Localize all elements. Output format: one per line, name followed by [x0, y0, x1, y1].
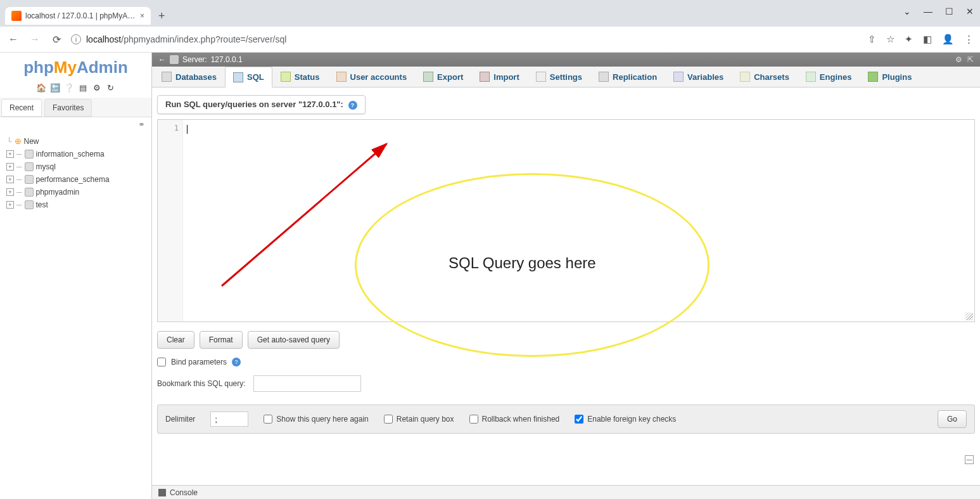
go-button[interactable]: Go	[938, 410, 967, 428]
tab-plugins[interactable]: Plugins	[860, 67, 920, 87]
help-icon[interactable]: ?	[348, 101, 357, 110]
tab-favorites[interactable]: Favorites	[44, 99, 92, 117]
fk-checkbox[interactable]	[575, 415, 583, 424]
new-tab-button[interactable]: +	[153, 7, 170, 25]
back-button[interactable]: ←	[6, 34, 20, 45]
reload-button[interactable]: ⟳	[49, 34, 63, 46]
breadcrumb-label: Server:	[182, 55, 207, 64]
breadcrumb-value[interactable]: 127.0.0.1	[211, 55, 243, 64]
tab-charsets[interactable]: Charsets	[732, 67, 798, 87]
clear-button[interactable]: Clear	[157, 331, 194, 349]
tab-variables[interactable]: Variables	[665, 67, 732, 87]
reload-tree-icon[interactable]: ↻	[106, 82, 116, 93]
engines-icon	[806, 72, 816, 82]
tab-replication[interactable]: Replication	[590, 67, 665, 87]
show-again-checkbox[interactable]	[264, 415, 272, 424]
docs-icon[interactable]: ❔	[64, 82, 74, 93]
extensions-icon[interactable]: ✦	[905, 34, 913, 45]
tab-users[interactable]: User accounts	[328, 67, 416, 87]
sql-editor[interactable]: 1	[157, 119, 975, 322]
url-box[interactable]: i localhost/phpmyadmin/index.php?route=/…	[71, 34, 860, 44]
code-area[interactable]	[183, 120, 974, 321]
retain-checkbox[interactable]	[384, 415, 393, 424]
chevron-down-icon[interactable]: ⌄	[903, 6, 911, 16]
browser-tab[interactable]: localhost / 127.0.0.1 | phpMyAdm ×	[5, 7, 151, 25]
page-settings-icon[interactable]: ⚙	[955, 55, 962, 64]
url-path: /phpmyadmin/index.php?route=/server/sql	[121, 34, 286, 44]
forward-button[interactable]: →	[28, 34, 42, 45]
database-icon	[25, 150, 34, 159]
console-bar[interactable]: Console	[152, 485, 980, 499]
fk-option[interactable]: Enable foreign key checks	[575, 415, 676, 424]
tab-close-icon[interactable]: ×	[140, 11, 144, 20]
rollback-checkbox[interactable]	[469, 415, 478, 424]
database-icon	[25, 188, 34, 197]
tree-db-item[interactable]: +─ performance_schema	[4, 173, 151, 186]
home-icon[interactable]: 🏠	[36, 82, 46, 93]
bookmark-label: Bookmark this SQL query:	[157, 379, 246, 388]
maximize-icon[interactable]: ☐	[945, 6, 953, 16]
variables-icon	[673, 72, 684, 82]
expander-icon[interactable]: +	[6, 150, 14, 158]
bookmark-row: Bookmark this SQL query:	[157, 375, 975, 392]
page-expand-icon[interactable]: ⇱	[967, 55, 974, 64]
close-window-icon[interactable]: ✕	[966, 6, 974, 16]
autosaved-button[interactable]: Get auto-saved query	[248, 331, 340, 349]
tree-db-item[interactable]: +─ mysql	[4, 160, 151, 173]
expander-icon[interactable]: +	[6, 201, 14, 209]
window-controls: ⌄ — ☐ ✕	[903, 6, 974, 16]
help-icon[interactable]: ?	[232, 358, 241, 366]
expander-icon[interactable]: +	[6, 188, 14, 196]
main: ← Server: 127.0.0.1 ⚙ ⇱ Databases SQL St…	[152, 53, 980, 499]
expander-icon[interactable]: +	[6, 176, 14, 183]
tab-export[interactable]: Export	[415, 67, 471, 87]
url-host: localhost	[86, 34, 121, 44]
content: Run SQL query/queries on server "127.0.0…	[152, 87, 980, 499]
tab-engines[interactable]: Engines	[798, 67, 860, 87]
tab-title: localhost / 127.0.0.1 | phpMyAdm	[25, 11, 136, 20]
db-tree: └⊕ New +─ information_schema +─ mysql +─…	[0, 132, 151, 211]
kebab-menu-icon[interactable]: ⋮	[964, 34, 974, 45]
link-icon[interactable]: ⚭	[0, 117, 151, 132]
settings-gear-icon[interactable]: ⚙	[92, 82, 102, 93]
collapse-marker-icon[interactable]: —	[965, 455, 974, 464]
logo[interactable]: phpMyAdmin	[0, 53, 151, 80]
retain-option[interactable]: Retain query box	[384, 415, 454, 424]
resize-handle-icon[interactable]	[965, 313, 973, 320]
charsets-icon	[740, 72, 750, 82]
tree-db-item[interactable]: +─ test	[4, 198, 151, 211]
delimiter-input[interactable]	[210, 412, 248, 427]
share-icon[interactable]: ⇧	[868, 34, 876, 45]
bookmark-input[interactable]	[253, 375, 361, 392]
rollback-option[interactable]: Rollback when finished	[469, 415, 560, 424]
editor-buttons: Clear Format Get auto-saved query	[157, 331, 975, 349]
tree-new[interactable]: └⊕ New	[4, 134, 151, 148]
tab-import[interactable]: Import	[471, 67, 527, 87]
site-info-icon[interactable]: i	[71, 34, 81, 44]
collapse-sidebar-icon[interactable]: ←	[158, 55, 166, 64]
tree-db-item[interactable]: +─ information_schema	[4, 148, 151, 160]
tab-settings[interactable]: Settings	[528, 67, 590, 87]
profile-icon[interactable]: 👤	[942, 34, 954, 45]
panel-title: Run SQL query/queries on server "127.0.0…	[157, 95, 366, 114]
tree-db-item[interactable]: +─ phpmyadmin	[4, 186, 151, 198]
side-panel-icon[interactable]: ◧	[923, 34, 932, 45]
format-button[interactable]: Format	[200, 331, 243, 349]
bind-params-checkbox[interactable]	[157, 358, 166, 366]
tab-sql[interactable]: SQL	[225, 67, 272, 87]
logout-icon[interactable]: 🔚	[50, 82, 60, 93]
sql-tab-icon	[233, 72, 243, 82]
tab-status[interactable]: Status	[272, 67, 328, 87]
browser-chrome: localhost / 127.0.0.1 | phpMyAdm × + ⌄ —…	[0, 0, 980, 53]
tab-databases[interactable]: Databases	[153, 67, 225, 87]
users-icon	[336, 72, 347, 82]
tab-recent[interactable]: Recent	[1, 99, 42, 117]
plugins-icon	[868, 72, 878, 82]
console-icon	[158, 489, 166, 496]
sidebar-tabs: Recent Favorites	[0, 98, 151, 117]
minimize-icon[interactable]: —	[924, 6, 932, 16]
show-again-option[interactable]: Show this query here again	[264, 415, 368, 424]
star-icon[interactable]: ☆	[886, 34, 894, 45]
expander-icon[interactable]: +	[6, 163, 14, 171]
sql-icon[interactable]: ▤	[78, 82, 88, 93]
